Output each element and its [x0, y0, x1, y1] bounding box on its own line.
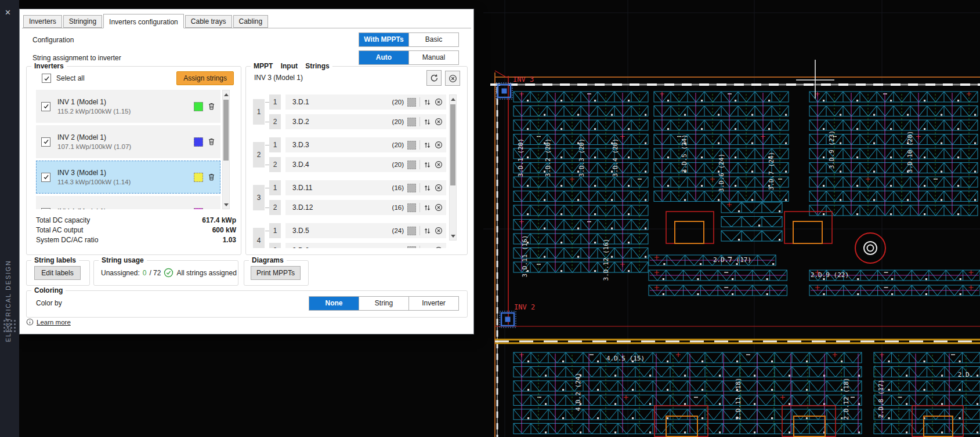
- string-color-swatch[interactable]: [407, 227, 416, 235]
- cad-string-label: 2.D.9 (22): [811, 271, 849, 279]
- inverter-detail: 107.1 kWp/100kW (1.07): [57, 143, 194, 150]
- inverter-item-inv-3-model-1[interactable]: INV 3 (Model 1)114.3 kWp/100kW (1.14): [36, 161, 220, 194]
- remove-icon[interactable]: [435, 246, 443, 248]
- edit-labels-button[interactable]: Edit labels: [34, 266, 81, 280]
- string-color-swatch[interactable]: [407, 141, 416, 150]
- inverter-name: INV 1 (Model 1): [57, 98, 194, 106]
- string-row[interactable]: 3.D.2(20): [285, 114, 446, 129]
- swap-icon[interactable]: [424, 141, 431, 149]
- scroll-down-icon[interactable]: [450, 232, 456, 240]
- swap-icon[interactable]: [424, 204, 431, 212]
- remove-icon[interactable]: [435, 184, 443, 192]
- color-swatch[interactable]: [194, 208, 203, 210]
- color-swatch[interactable]: [194, 173, 203, 182]
- string-labels-legend: String labels: [31, 256, 79, 264]
- mppt-number-cell: 2: [253, 142, 265, 167]
- color-by-option-string[interactable]: String: [359, 297, 408, 310]
- string-row[interactable]: 3.D.11(16): [285, 180, 446, 195]
- inverter-item-inv-2-model-1[interactable]: INV 2 (Model 1)107.1 kWp/100kW (1.07): [36, 125, 220, 158]
- inverter-marker-inv-3[interactable]: INV 3: [496, 75, 534, 99]
- color-swatch[interactable]: [194, 137, 203, 147]
- remove-icon[interactable]: [435, 161, 443, 169]
- swap-icon[interactable]: [424, 118, 431, 126]
- refresh-button[interactable]: [426, 70, 442, 86]
- configuration-option-with-mppts[interactable]: With MPPTs: [359, 33, 408, 46]
- string-name: 3.D.2: [292, 118, 389, 126]
- mppt-input-row: 13.D.11(16): [269, 180, 446, 195]
- assignment-toggle: AutoManual: [359, 50, 459, 65]
- tab-inverters[interactable]: Inverters: [23, 15, 62, 28]
- string-color-swatch[interactable]: [407, 203, 416, 212]
- remove-icon[interactable]: [435, 141, 443, 149]
- string-color-swatch[interactable]: [407, 184, 416, 192]
- swap-icon[interactable]: [424, 161, 431, 169]
- string-color-swatch[interactable]: [407, 161, 416, 169]
- string-row[interactable]: 3.D.4(20): [285, 157, 446, 172]
- swap-icon[interactable]: [424, 99, 431, 106]
- inverter-checkbox[interactable]: [41, 208, 50, 210]
- scrollbar-thumb[interactable]: [223, 100, 229, 161]
- svg-text:INV 2: INV 2: [514, 303, 535, 311]
- scrollbar-thumb[interactable]: [450, 104, 455, 185]
- cad-string-label: 2.D.: [958, 371, 974, 378]
- string-color-swatch[interactable]: [407, 98, 416, 107]
- mppt-inverter-label: INV 3 (Model 1): [254, 74, 303, 82]
- string-color-swatch[interactable]: [407, 118, 416, 126]
- unassigned-total: / 72: [149, 269, 161, 277]
- swap-icon[interactable]: [424, 184, 431, 192]
- trash-icon[interactable]: [208, 173, 215, 181]
- print-mppts-button[interactable]: Print MPPTs: [251, 266, 301, 280]
- total-row: System DC/AC ratio1.03: [36, 236, 236, 244]
- string-row[interactable]: 3.D.12(16): [285, 200, 446, 215]
- inverter-item-inv-1-model-1[interactable]: INV 1 (Model 1)115.2 kWp/100kW (1.15): [36, 90, 220, 123]
- string-row[interactable]: 3.D.5(24): [285, 223, 446, 238]
- swap-icon[interactable]: [424, 227, 431, 235]
- color-by-option-inverter[interactable]: Inverter: [408, 297, 458, 310]
- inverter-list: INV 1 (Model 1)115.2 kWp/100kW (1.15)INV…: [36, 90, 220, 209]
- tab-inverters-configuration[interactable]: Inverters configuration: [103, 14, 184, 28]
- color-by-option-none[interactable]: None: [309, 297, 359, 310]
- select-all-checkbox[interactable]: [42, 74, 51, 83]
- assignment-option-manual[interactable]: Manual: [408, 51, 458, 64]
- close-icon[interactable]: ✕: [5, 8, 11, 17]
- string-color-swatch[interactable]: [407, 246, 416, 249]
- tab-stringing[interactable]: Stringing: [63, 15, 102, 28]
- inverter-checkbox[interactable]: [41, 137, 50, 147]
- tab-cable-trays[interactable]: Cable trays: [185, 15, 232, 28]
- clear-all-button[interactable]: [445, 71, 460, 86]
- trash-icon[interactable]: [208, 102, 215, 111]
- remove-icon[interactable]: [435, 203, 443, 212]
- string-row[interactable]: 3.D.3(20): [285, 137, 446, 152]
- inverter-list-scrollbar[interactable]: [222, 90, 230, 209]
- scroll-up-icon[interactable]: [450, 95, 456, 103]
- string-row[interactable]: 3.D.6(24): [285, 243, 446, 248]
- assign-strings-button[interactable]: Assign strings: [176, 71, 234, 85]
- color-swatch[interactable]: [194, 102, 203, 111]
- mppt-group-row: 113.D.1(20)23.D.2(20): [253, 94, 446, 129]
- mppt-scrollbar[interactable]: [449, 94, 457, 241]
- tab-cabling[interactable]: Cabling: [233, 15, 269, 28]
- cad-string-label: 2.D.7 (17): [713, 256, 751, 264]
- inverter-checkbox[interactable]: [41, 102, 50, 111]
- inverter-item-inv-4-model-1[interactable]: INV 4 (Model 1): [36, 196, 220, 209]
- cad-string-label: 3.D.3 (20): [578, 139, 585, 177]
- mppt-group-row: 413.D.5(24)23.D.6(24): [253, 223, 446, 248]
- learn-more-link[interactable]: Learn more: [26, 318, 71, 326]
- input-number-cell: 2: [269, 114, 281, 129]
- remove-icon[interactable]: [435, 118, 443, 126]
- input-number-cell: 1: [269, 180, 281, 195]
- total-row: Total DC capacity617.4 kWp: [36, 216, 236, 224]
- swap-icon[interactable]: [424, 247, 431, 249]
- cad-string-label: 2.D.12 (18): [842, 378, 850, 420]
- scroll-up-icon[interactable]: [223, 90, 229, 98]
- remove-icon[interactable]: [435, 227, 443, 235]
- remove-icon[interactable]: [435, 98, 443, 106]
- inverter-checkbox[interactable]: [41, 173, 50, 182]
- resize-grip[interactable]: [3, 320, 17, 334]
- trash-icon[interactable]: [208, 137, 215, 146]
- trash-icon[interactable]: [208, 208, 215, 209]
- configuration-option-basic[interactable]: Basic: [408, 33, 458, 46]
- string-row[interactable]: 3.D.1(20): [285, 94, 446, 110]
- scroll-down-icon[interactable]: [223, 201, 229, 209]
- assignment-option-auto[interactable]: Auto: [359, 51, 408, 64]
